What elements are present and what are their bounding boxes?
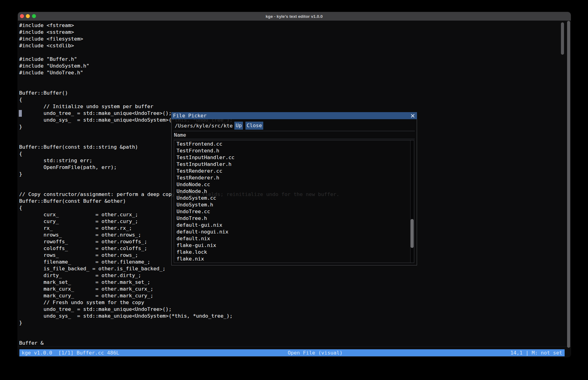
file-list-scrollbar-track[interactable] bbox=[410, 140, 414, 263]
dialog-close-icon[interactable] bbox=[411, 114, 415, 118]
file-list-item[interactable]: TestFrontend.h bbox=[174, 147, 410, 154]
file-list-item[interactable]: UndoSystem.cc bbox=[174, 195, 410, 202]
file-picker-title: File Picker bbox=[173, 113, 207, 119]
editor-window: kge - kyle's text editor v1.0.0 #include… bbox=[18, 12, 571, 357]
file-list-item[interactable]: UndoTree.h bbox=[174, 215, 410, 222]
file-list-rows: TestFrontend.ccTestFrontend.hTestInputHa… bbox=[174, 141, 410, 262]
file-list-item[interactable]: flake.nix bbox=[174, 256, 410, 262]
status-mode: Open File (visual) bbox=[288, 349, 343, 356]
file-list-item[interactable]: flake.lock bbox=[174, 249, 410, 256]
close-window-button[interactable] bbox=[20, 14, 24, 18]
file-list-item[interactable]: default-gui.nix bbox=[174, 222, 410, 229]
path-row: /Users/kyle/src/kte Up Close bbox=[172, 119, 417, 131]
file-picker-dialog: File Picker /Users/kyle/src/kte Up Close… bbox=[171, 112, 417, 265]
separator bbox=[173, 131, 415, 131]
current-path: /Users/kyle/src/kte bbox=[175, 123, 232, 129]
zoom-window-button[interactable] bbox=[32, 14, 36, 18]
file-list-scrollbar-thumb[interactable] bbox=[411, 219, 414, 248]
up-button[interactable]: Up bbox=[234, 122, 243, 130]
traffic-lights bbox=[20, 14, 36, 18]
window-scrollbar-thumb[interactable] bbox=[567, 21, 570, 348]
status-app-info: kge v1.0.0 [1/1] Buffer.cc 486L bbox=[22, 349, 119, 356]
file-list-item[interactable]: default-nogui.nix bbox=[174, 229, 410, 235]
file-list-item[interactable]: TestRenderer.h bbox=[174, 174, 410, 181]
file-list-item[interactable]: UndoTree.cc bbox=[174, 208, 410, 215]
window-title: kge - kyle's text editor v1.0.0 bbox=[18, 12, 571, 21]
file-list-item[interactable]: TestRenderer.cc bbox=[174, 168, 410, 174]
minimize-window-button[interactable] bbox=[26, 14, 30, 18]
file-list-item[interactable]: UndoNode.h bbox=[174, 188, 410, 195]
file-list-item[interactable]: TestFrontend.cc bbox=[174, 141, 410, 147]
file-list-item[interactable]: UndoSystem.h bbox=[174, 202, 410, 208]
file-list-item[interactable]: UndoNode.cc bbox=[174, 181, 410, 188]
close-button[interactable]: Close bbox=[245, 122, 263, 130]
separator bbox=[173, 139, 415, 139]
window-titlebar[interactable]: kge - kyle's text editor v1.0.0 bbox=[18, 12, 571, 21]
editor-content: #include <fstream> #include <sstream> #i… bbox=[18, 21, 571, 357]
file-list: TestFrontend.ccTestFrontend.hTestInputHa… bbox=[174, 140, 415, 263]
file-list-item[interactable]: TestInputHandler.cc bbox=[174, 154, 410, 161]
file-list-item[interactable]: TestInputHandler.h bbox=[174, 161, 410, 168]
status-bar: kge v1.0.0 [1/1] Buffer.cc 486L Open Fil… bbox=[19, 349, 565, 356]
status-cursor-info: 14,1 | M: not set bbox=[510, 349, 562, 356]
file-list-item[interactable]: flake-gui.nix bbox=[174, 242, 410, 249]
column-header-name: Name bbox=[174, 132, 186, 139]
file-picker-titlebar[interactable]: File Picker bbox=[171, 112, 417, 119]
editor-scrollbar-thumb[interactable] bbox=[561, 22, 564, 55]
desktop-background: kge - kyle's text editor v1.0.0 #include… bbox=[0, 0, 588, 380]
file-list-item[interactable]: default.nix bbox=[174, 235, 410, 242]
statusbar-divider bbox=[18, 347, 571, 347]
